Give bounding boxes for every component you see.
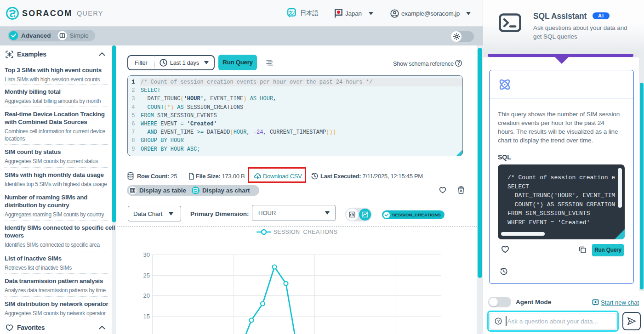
svg-text:25: 25 xyxy=(143,272,150,279)
svg-text:?: ? xyxy=(497,318,500,323)
svg-text:15: 15 xyxy=(143,313,150,320)
svg-text:文A: 文A xyxy=(289,10,296,15)
svg-text:20: 20 xyxy=(143,292,150,299)
svg-text:30: 30 xyxy=(143,251,150,258)
svg-text:?: ? xyxy=(457,61,460,66)
